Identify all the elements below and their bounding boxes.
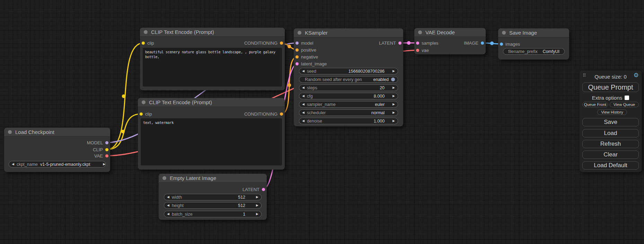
output-port-image[interactable]: IMAGE	[464, 39, 484, 46]
node-header[interactable]: CLIP Text Encode (Prompt)	[138, 98, 285, 107]
decrement-arrow-icon[interactable]: ◀	[167, 213, 169, 216]
collapse-dot-icon[interactable]	[144, 30, 148, 34]
port-dot-clip[interactable]	[140, 112, 143, 116]
port-dot-image[interactable]	[500, 43, 503, 46]
widget-filename-prefix[interactable]: filename_prefix ComfyUI	[503, 48, 565, 55]
widget-scheduler[interactable]: ◀ scheduler normal ▶	[299, 109, 398, 116]
load-button[interactable]: Load	[582, 129, 639, 137]
widget-denoise[interactable]: ◀ denoise 1.000 ▶	[299, 118, 398, 124]
node-header[interactable]: Save Image	[498, 28, 569, 37]
port-dot-image[interactable]	[481, 42, 484, 45]
extra-options-checkbox[interactable]	[625, 96, 629, 100]
load-default-button[interactable]: Load Default	[582, 161, 639, 170]
port-dot-latent[interactable]	[262, 188, 265, 191]
queue-front-button[interactable]: Queue Front	[582, 102, 608, 107]
collapse-dot-icon[interactable]	[8, 130, 12, 134]
decrement-arrow-icon[interactable]: ◀	[302, 94, 305, 98]
input-port-clip[interactable]: clip	[140, 110, 152, 117]
decrement-arrow-icon[interactable]: ◀	[167, 204, 169, 207]
output-port-latent[interactable]: LATENT	[242, 186, 265, 193]
collapse-dot-icon[interactable]	[162, 176, 166, 180]
widget-seed[interactable]: ◀ seed 156680208700286 ▶	[299, 68, 398, 74]
port-dot-vae[interactable]	[105, 154, 108, 157]
port-dot-conditioning[interactable]	[280, 42, 283, 45]
increment-arrow-icon[interactable]: ▶	[392, 111, 395, 114]
output-port-model[interactable]: MODEL	[87, 139, 108, 146]
input-port-samples[interactable]: samples	[416, 39, 438, 46]
input-port-positive[interactable]: positive	[295, 46, 316, 53]
input-port-images[interactable]: images	[500, 40, 520, 47]
node-header[interactable]: Load Checkpoint	[4, 128, 110, 137]
port-dot-latent[interactable]	[398, 42, 402, 45]
increment-arrow-icon[interactable]: ▶	[256, 213, 258, 216]
port-dot-clip[interactable]	[142, 42, 145, 45]
port-dot-latent[interactable]	[295, 62, 299, 65]
view-queue-button[interactable]: View Queue	[610, 102, 639, 107]
widget-batch-size[interactable]: ◀ batch_size 1 ▶	[164, 211, 262, 217]
collapse-dot-icon[interactable]	[298, 31, 301, 35]
input-port-latent-image[interactable]: latent_image	[295, 60, 327, 67]
increment-arrow-icon[interactable]: ▶	[256, 196, 258, 199]
port-dot-conditioning[interactable]	[295, 55, 299, 58]
node-title: Load Checkpoint	[15, 129, 54, 135]
port-dot-model[interactable]	[295, 42, 299, 45]
decrement-arrow-icon[interactable]: ◀	[302, 70, 305, 73]
input-port-negative[interactable]: negative	[295, 53, 318, 60]
node-clip-text-encode-negative: CLIP Text Encode (Prompt) clip CONDITION…	[138, 98, 285, 170]
port-dot-model[interactable]	[105, 141, 108, 144]
output-port-conditioning[interactable]: CONDITIONING	[244, 39, 283, 46]
input-port-clip[interactable]: clip	[142, 39, 154, 46]
queue-menu-panel: ⠿ Queue size: 0 ⚙ Queue Prompt Extra opt…	[579, 70, 642, 172]
decrement-arrow-icon[interactable]: ◀	[12, 163, 14, 166]
save-button[interactable]: Save	[582, 118, 639, 126]
toggle-enabled-icon[interactable]	[391, 78, 395, 81]
output-port-conditioning[interactable]: CONDITIONING	[244, 110, 283, 117]
increment-arrow-icon[interactable]: ▶	[392, 70, 395, 73]
decrement-arrow-icon[interactable]: ◀	[167, 196, 169, 199]
node-header[interactable]: VAE Decode	[414, 28, 486, 37]
port-dot-conditioning[interactable]	[280, 112, 283, 116]
port-dot-vae[interactable]	[416, 49, 419, 52]
collapse-dot-icon[interactable]	[418, 30, 422, 34]
widget-sampler-name[interactable]: ◀ sampler_name euler ▶	[299, 101, 398, 108]
collapse-dot-icon[interactable]	[502, 31, 506, 35]
increment-arrow-icon[interactable]: ▶	[392, 103, 395, 106]
view-history-button[interactable]: View History	[597, 109, 627, 115]
widget-steps[interactable]: ◀ steps 20 ▶	[299, 84, 398, 91]
node-header[interactable]: Empty Latent Image	[159, 174, 267, 183]
port-dot-clip[interactable]	[105, 148, 108, 151]
increment-arrow-icon[interactable]: ▶	[103, 163, 105, 166]
widget-height[interactable]: ◀ height 512 ▶	[164, 202, 262, 209]
decrement-arrow-icon[interactable]: ◀	[302, 119, 305, 123]
port-dot-latent[interactable]	[416, 42, 419, 45]
output-port-vae[interactable]: VAE	[94, 152, 108, 159]
prompt-textarea[interactable]: text, watermark	[141, 118, 282, 165]
decrement-arrow-icon[interactable]: ◀	[302, 103, 305, 106]
gear-icon[interactable]: ⚙	[634, 72, 639, 78]
input-port-vae[interactable]: vae	[416, 47, 429, 54]
increment-arrow-icon[interactable]: ▶	[256, 204, 258, 207]
link-midpoint-dot	[490, 42, 494, 45]
increment-arrow-icon[interactable]: ▶	[392, 86, 395, 89]
prompt-textarea[interactable]: beautiful scenery nature glass bottle la…	[143, 48, 282, 87]
link-midpoint-dot	[407, 41, 411, 45]
input-port-model[interactable]: model	[295, 39, 313, 46]
output-port-latent[interactable]: LATENT	[379, 39, 402, 46]
clear-button[interactable]: Clear	[582, 151, 639, 159]
refresh-button[interactable]: Refresh	[582, 140, 639, 148]
output-port-clip[interactable]: CLIP	[93, 146, 108, 153]
widget-cfg[interactable]: ◀ cfg 8.000 ▶	[299, 93, 398, 99]
node-header[interactable]: KSampler	[294, 28, 403, 37]
widget-ckpt-name[interactable]: ◀ ckpt_name v1-5-pruned-emaonly.ckpt ▶	[9, 161, 106, 168]
widget-random-seed-toggle[interactable]: Random seed after every gen enabled	[299, 76, 398, 83]
decrement-arrow-icon[interactable]: ◀	[302, 111, 305, 114]
increment-arrow-icon[interactable]: ▶	[392, 94, 395, 98]
collapse-dot-icon[interactable]	[142, 100, 145, 104]
port-dot-conditioning[interactable]	[295, 48, 299, 52]
link-midpoint-dot	[122, 94, 125, 98]
queue-prompt-button[interactable]: Queue Prompt	[582, 82, 639, 92]
node-header[interactable]: CLIP Text Encode (Prompt)	[140, 28, 285, 37]
increment-arrow-icon[interactable]: ▶	[392, 119, 395, 123]
widget-width[interactable]: ◀ width 512 ▶	[164, 194, 262, 200]
decrement-arrow-icon[interactable]: ◀	[302, 86, 305, 89]
